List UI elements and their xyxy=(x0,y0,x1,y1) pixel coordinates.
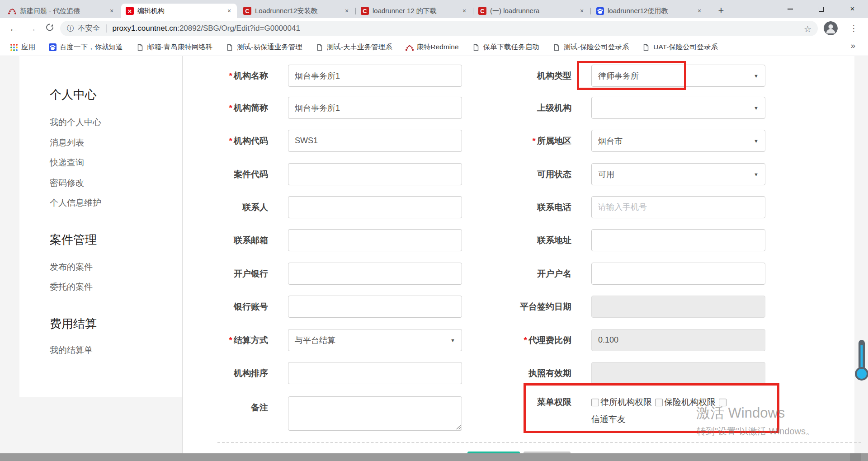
thermometer-icon[interactable] xyxy=(854,338,868,381)
required-star-icon: * xyxy=(229,71,232,80)
required-star-icon: * xyxy=(524,335,527,345)
机构类型-select[interactable]: 律师事务所▼ xyxy=(591,65,765,87)
label-text: 结算方式 xyxy=(234,335,268,345)
sidebar-item[interactable]: 密码修改 xyxy=(50,177,84,189)
bookmark-label: 测试-易保通业务管理 xyxy=(237,42,302,52)
close-icon[interactable]: × xyxy=(108,7,116,15)
bookmark-8[interactable]: 测试-保险公司登录系 xyxy=(552,42,629,52)
bookmark-label: 邮箱-青岛康特网络科 xyxy=(147,42,213,52)
close-icon[interactable]: × xyxy=(343,7,351,15)
备注-textarea[interactable] xyxy=(288,396,462,431)
label-text: 联系邮箱 xyxy=(234,235,268,245)
机构排序-input[interactable] xyxy=(288,362,462,384)
sidebar-item[interactable]: 个人信息维护 xyxy=(50,197,101,209)
tab-6[interactable]: loadrunner12使用教× xyxy=(591,4,707,18)
所属地区-select[interactable]: 烟台市▼ xyxy=(591,130,765,152)
联系地址-input[interactable] xyxy=(591,229,765,251)
browser-menu-icon[interactable]: ⋮ xyxy=(849,23,858,33)
dropdown-arrow-icon: ▼ xyxy=(754,172,759,177)
bookmark-1[interactable]: 应用 xyxy=(10,42,35,52)
label-text: 备注 xyxy=(251,403,268,412)
info-icon[interactable]: ⓘ xyxy=(67,24,74,33)
tab-3[interactable]: CLoadrunner12安装教× xyxy=(239,4,354,18)
tab-5[interactable]: C(一) loadrunnera× xyxy=(474,4,590,18)
forward-icon[interactable]: → xyxy=(27,23,37,34)
开户户名-input[interactable] xyxy=(591,263,765,285)
close-icon[interactable]: × xyxy=(695,7,703,15)
field-label: *代理费比例 xyxy=(454,329,571,351)
close-icon[interactable]: × xyxy=(578,7,586,15)
联系邮箱-input[interactable] xyxy=(288,229,462,251)
sidebar-section-3: 费用结算 xyxy=(50,316,97,331)
tab-1[interactable]: 新建问题 - 代位追偿× xyxy=(4,4,119,18)
联系人-input[interactable] xyxy=(288,196,462,218)
结算方式-select[interactable]: 与平台结算▼ xyxy=(288,329,462,351)
redmine-icon xyxy=(406,43,414,52)
select-value: 律师事务所 xyxy=(598,71,639,81)
sidebar-item[interactable]: 消息列表 xyxy=(50,137,84,149)
checkbox-保险机构权限[interactable] xyxy=(655,399,663,406)
sidebar-item[interactable]: 我的个人中心 xyxy=(50,117,101,128)
机构代码-input[interactable] xyxy=(288,130,462,152)
sidebar-item[interactable]: 委托的案件 xyxy=(50,281,93,293)
window-close-button[interactable]: × xyxy=(837,0,868,18)
horizontal-scrollbar[interactable] xyxy=(0,453,868,461)
field-label: 联系人 xyxy=(183,196,268,218)
bookmark-6[interactable]: 康特Redmine xyxy=(406,42,459,52)
tab-title: loadrunner 12 的下载 xyxy=(373,7,460,15)
window-maximize-button[interactable] xyxy=(806,0,837,18)
联系电话-input[interactable] xyxy=(591,196,765,218)
label-text: 开户户名 xyxy=(537,269,571,278)
window-minimize-button[interactable] xyxy=(774,0,806,18)
checkbox-label: 信通车友 xyxy=(591,414,626,425)
机构名称-input[interactable] xyxy=(288,65,462,87)
page-icon xyxy=(642,43,650,52)
address-bar: ← → ⓘ 不安全 proxy1.countnet.cn :20892/SBG/… xyxy=(0,18,868,39)
back-icon[interactable]: ← xyxy=(9,23,19,34)
profile-avatar[interactable] xyxy=(824,21,838,35)
reload-icon[interactable] xyxy=(45,23,54,34)
label-text: 机构类型 xyxy=(537,71,571,80)
label-text: 联系地址 xyxy=(537,235,571,245)
bookmark-star-icon[interactable]: ☆ xyxy=(804,24,811,34)
field-label: 上级机构 xyxy=(454,97,571,119)
new-tab-button[interactable]: + xyxy=(714,4,728,18)
sidebar-item[interactable]: 我的结算单 xyxy=(50,344,93,356)
window-controls: × xyxy=(774,0,868,18)
平台签约日期-input xyxy=(591,296,765,318)
开户银行-input[interactable] xyxy=(288,263,462,285)
bookmarks-bar: 应用百度一下，你就知道邮箱-青岛康特网络科测试-易保通业务管理测试-天丰业务管理… xyxy=(0,39,868,56)
close-icon[interactable]: × xyxy=(460,7,468,15)
checkbox-信通车友[interactable] xyxy=(719,399,726,406)
checkbox-律所机构权限[interactable] xyxy=(591,399,599,406)
label-text: 所属地区 xyxy=(537,136,571,146)
bookmark-9[interactable]: UAT-保险公司登录系 xyxy=(642,42,718,52)
label-text: 菜单权限 xyxy=(537,397,571,407)
案件代码-input[interactable] xyxy=(288,163,462,185)
edit-org-form: *机构名称机构类型律师事务所▼*机构简称上级机构▼*机构代码*所属地区烟台市▼案… xyxy=(182,56,854,453)
csdn-icon: C xyxy=(243,7,251,15)
label-text: 案件代码 xyxy=(234,169,268,179)
dropdown-arrow-icon: ▼ xyxy=(754,138,759,144)
label-text: 机构简称 xyxy=(234,103,268,113)
page-content: 个人中心我的个人中心消息列表快递查询密码修改个人信息维护案件管理发布的案件委托的… xyxy=(0,56,868,453)
银行账号-input[interactable] xyxy=(288,296,462,318)
sidebar-item[interactable]: 快递查询 xyxy=(50,157,84,169)
field-label: 开户户名 xyxy=(454,263,571,285)
tab-2[interactable]: ×编辑机构× xyxy=(121,4,237,18)
bookmark-2[interactable]: 百度一下，你就知道 xyxy=(48,42,123,52)
上级机构-select[interactable]: ▼ xyxy=(591,97,765,119)
omnibox[interactable]: ⓘ 不安全 proxy1.countnet.cn :20892/SBG/Org/… xyxy=(60,21,818,36)
menu-permission-options: 律所机构权限保险机构权限 xyxy=(591,394,728,410)
field-label: 菜单权限 xyxy=(454,394,571,410)
sidebar-item[interactable]: 发布的案件 xyxy=(50,261,93,273)
bookmarks-overflow-icon[interactable]: » xyxy=(850,41,855,51)
bookmark-7[interactable]: 保单下载任务启动 xyxy=(472,42,539,52)
机构简称-input[interactable] xyxy=(288,97,462,119)
可用状态-select[interactable]: 可用▼ xyxy=(591,163,765,185)
tab-4[interactable]: Cloadrunner 12 的下载× xyxy=(356,4,472,18)
close-icon[interactable]: × xyxy=(225,7,233,15)
bookmark-4[interactable]: 测试-易保通业务管理 xyxy=(226,42,302,52)
bookmark-3[interactable]: 邮箱-青岛康特网络科 xyxy=(136,42,213,52)
bookmark-5[interactable]: 测试-天丰业务管理系 xyxy=(316,42,392,52)
